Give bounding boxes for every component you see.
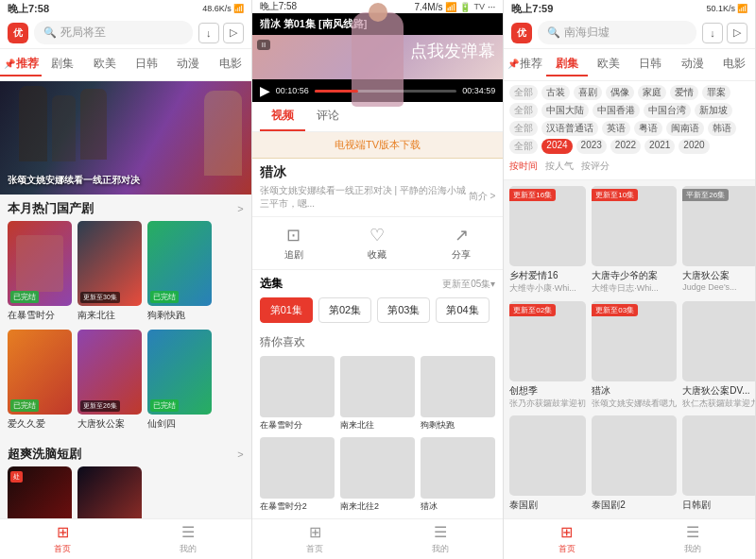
tab-japanese-3[interactable]: 日韩	[629, 53, 671, 76]
drama-card-9[interactable]: 日韩剧	[682, 415, 755, 513]
tab-movie-3[interactable]: 电影	[713, 53, 755, 76]
tab-anime-1[interactable]: 动漫	[167, 53, 209, 76]
region-tag-1[interactable]: 中国大陆	[541, 103, 589, 118]
genre-all-tag[interactable]: 全部	[509, 85, 538, 100]
share-label: 分享	[452, 248, 471, 262]
update-info[interactable]: 更新至05集▾	[442, 278, 495, 291]
show-more-icon[interactable]: 简介 >	[469, 190, 496, 203]
status-bar-1: 晚上7:58 48.6K/s 📶	[0, 0, 251, 17]
genre-tag-6[interactable]: 罪案	[702, 85, 730, 100]
bottom-nav-home-2[interactable]: ⊞ 首页	[252, 523, 378, 555]
section-more-1[interactable]: >	[237, 203, 243, 214]
search-box-1[interactable]: 🔍 死局将至	[34, 21, 193, 44]
genre-tag-1[interactable]: 古装	[541, 85, 570, 100]
rec-title-5: 南来北往2	[340, 500, 415, 513]
action-collect[interactable]: ♡ 收藏	[368, 225, 387, 262]
year-tag-3[interactable]: 2022	[610, 139, 641, 154]
tab-western-3[interactable]: 欧美	[588, 53, 629, 76]
cast-btn-1[interactable]: ▷	[223, 23, 244, 43]
progress-bar[interactable]	[315, 90, 457, 93]
menu-icon-3: ☰	[686, 523, 699, 541]
video-content[interactable]: II 点我发弹幕	[252, 35, 504, 79]
genre-tag-2[interactable]: 喜剧	[574, 85, 602, 100]
region-tag-4[interactable]: 新加坡	[695, 103, 732, 118]
year-tag-2[interactable]: 2023	[576, 139, 607, 154]
rec-card-5[interactable]: 南来北往2	[340, 437, 415, 513]
drama-card-8[interactable]: 泰国剧2	[592, 415, 677, 513]
danmaku-btn[interactable]: 点我发弹幕	[410, 40, 495, 62]
bottom-nav-my-2[interactable]: ☰ 我的	[378, 523, 504, 555]
sort-rating[interactable]: 按评分	[581, 160, 610, 173]
rec-title-3: 狗剩快跑	[421, 419, 495, 432]
drama-card-6[interactable]: 大唐狄公案DV... 狄仁杰获鑼鼓掌迎九	[682, 301, 755, 411]
action-follow[interactable]: ⊡ 追剧	[284, 225, 303, 262]
rec-card-6[interactable]: 猎冰	[421, 437, 495, 513]
action-share[interactable]: ↗ 分享	[452, 225, 471, 262]
year-tag-1[interactable]: 2024	[541, 139, 572, 154]
movie-card-5[interactable]: 更新至26集 大唐狄公案	[77, 330, 142, 431]
tv-download-banner[interactable]: 电视端TV版本下载	[252, 132, 504, 159]
lang-all-tag[interactable]: 全部	[509, 121, 538, 136]
tab-video[interactable]: 视频	[260, 102, 305, 131]
drama-thumb-9	[682, 415, 755, 496]
region-tag-2[interactable]: 中国香港	[593, 103, 640, 118]
drama-card-2[interactable]: 更新至10集 大唐寺少爷的案 大维寺日志·Whi...	[592, 186, 677, 296]
bottom-nav-my-1[interactable]: ☰ 我的	[126, 523, 251, 555]
tab-anime-3[interactable]: 动漫	[671, 53, 713, 76]
sub-section-more-1[interactable]: >	[237, 449, 243, 460]
region-tag-3[interactable]: 中国台湾	[644, 103, 691, 118]
short-card-1[interactable]: 处	[8, 466, 72, 518]
rec-card-4[interactable]: 在暴雪时分2	[260, 437, 335, 513]
drama-card-5[interactable]: 更新至03集 猎冰 张颂文姚安娜续看嗯九	[592, 301, 677, 411]
movie-card-6[interactable]: 已完结 仙剑四	[147, 330, 212, 431]
movie-card-4[interactable]: 已完结 爱久久爱	[8, 330, 72, 431]
play-btn[interactable]: ▶	[260, 83, 270, 98]
tab-recommend-3[interactable]: 📌推荐	[504, 53, 545, 76]
lang-tag-4[interactable]: 闽南语	[666, 121, 704, 136]
movie-card-2[interactable]: 更新至30集 南来北往	[77, 221, 142, 322]
year-all-tag[interactable]: 全部	[509, 139, 538, 154]
genre-tag-5[interactable]: 爱情	[670, 85, 698, 100]
tab-comment[interactable]: 评论	[305, 102, 351, 131]
sort-popularity[interactable]: 按人气	[545, 160, 574, 173]
ep-btn-4[interactable]: 第04集	[436, 297, 489, 323]
drama-card-4[interactable]: 更新至02集 创想季 张乃亦获鑼鼓掌迎初	[509, 301, 586, 411]
sort-time[interactable]: 按时间	[509, 160, 538, 173]
lang-tag-2[interactable]: 英语	[602, 121, 630, 136]
ep-btn-1[interactable]: 第01集	[260, 297, 313, 323]
rec-card-2[interactable]: 南来北往	[340, 356, 415, 432]
cast-btn-3[interactable]: ▷	[727, 23, 747, 43]
movie-card-1[interactable]: 已完结 在暴雪时分	[8, 221, 72, 322]
bottom-nav-home-3[interactable]: ⊞ 首页	[504, 523, 629, 555]
tab-japanese-1[interactable]: 日韩	[126, 53, 167, 76]
rec-card-3[interactable]: 狗剩快跑	[421, 356, 495, 432]
download-btn-1[interactable]: ↓	[198, 23, 219, 43]
region-all-tag[interactable]: 全部	[509, 103, 538, 118]
search-box-3[interactable]: 🔍 南海归墟	[538, 21, 696, 44]
ep-btn-3[interactable]: 第03集	[377, 297, 430, 323]
year-tag-4[interactable]: 2021	[644, 139, 675, 154]
tab-western-1[interactable]: 欧美	[84, 53, 126, 76]
tab-drama-3[interactable]: 剧集	[546, 53, 588, 76]
lang-tag-1[interactable]: 汉语普通话	[541, 121, 598, 136]
drama-card-3[interactable]: 平新至26集 大唐狄公案 Judge Dee's...	[682, 186, 755, 296]
download-btn-3[interactable]: ↓	[702, 23, 723, 43]
progress-fill	[315, 90, 359, 93]
hero-banner-1[interactable]: 张颂文姚安娜续看一线正邪对决	[0, 81, 251, 195]
ep-btn-2[interactable]: 第02集	[318, 297, 371, 323]
short-card-2[interactable]	[77, 466, 142, 518]
year-tag-5[interactable]: 2020	[679, 139, 709, 154]
lang-tag-3[interactable]: 粤语	[634, 121, 662, 136]
tab-recommend-1[interactable]: 📌推荐	[0, 53, 42, 76]
bottom-nav-my-3[interactable]: ☰ 我的	[629, 523, 755, 555]
movie-card-3[interactable]: 已完结 狗剩快跑	[147, 221, 212, 322]
drama-card-1[interactable]: 更新至16集 乡村爱情16 大维寺小康·Whi...	[509, 186, 586, 296]
genre-tag-3[interactable]: 偶像	[606, 85, 634, 100]
bottom-nav-home-1[interactable]: ⊞ 首页	[0, 523, 126, 555]
genre-tag-4[interactable]: 家庭	[638, 85, 666, 100]
tab-drama-1[interactable]: 剧集	[42, 53, 83, 76]
lang-tag-5[interactable]: 韩语	[708, 121, 736, 136]
drama-card-7[interactable]: 泰国剧	[509, 415, 586, 513]
tab-movie-1[interactable]: 电影	[209, 53, 250, 76]
rec-card-1[interactable]: 在暴雪时分	[260, 356, 335, 432]
